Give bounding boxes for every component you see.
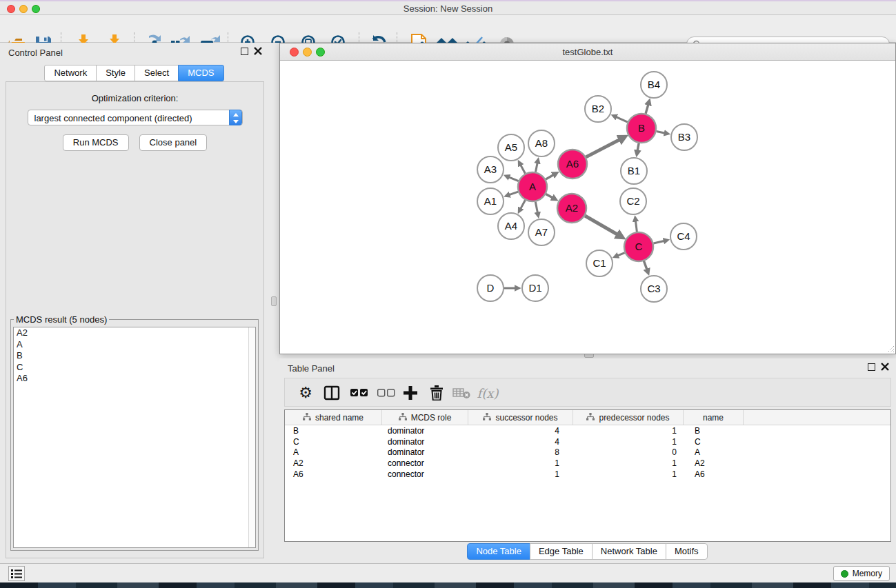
- edge-A2-C[interactable]: [585, 216, 619, 235]
- edge-A-A7[interactable]: [535, 202, 537, 214]
- column-header-MCDS-role[interactable]: MCDS role: [382, 410, 468, 425]
- edge-C-C2[interactable]: [635, 221, 637, 232]
- column-header-predecessor-nodes[interactable]: predecessor nodes: [573, 410, 684, 425]
- float-panel-icon[interactable]: [241, 48, 248, 55]
- tab-select[interactable]: Select: [135, 65, 179, 81]
- edge-A-A2[interactable]: [546, 194, 553, 199]
- network-column-icon: [483, 413, 491, 423]
- table-cell: 1: [573, 458, 684, 469]
- node-label-A6: A6: [566, 158, 579, 170]
- table-cell: B: [684, 425, 744, 436]
- table-row[interactable]: Bdominator41B: [285, 425, 890, 436]
- edge-A-A5[interactable]: [520, 165, 525, 174]
- table-cell: B: [285, 425, 382, 436]
- run-mcds-button[interactable]: Run MCDS: [63, 134, 129, 151]
- edge-B-B3[interactable]: [657, 132, 666, 134]
- table-row[interactable]: A6connector11A6: [285, 469, 890, 480]
- mcds-result-item[interactable]: A6: [14, 373, 255, 385]
- close-panel-button[interactable]: Close panel: [139, 134, 208, 151]
- node-label-C4: C4: [677, 230, 690, 242]
- splitter-grip[interactable]: [271, 296, 277, 306]
- edge-A6-B[interactable]: [586, 139, 621, 157]
- edge-B-B1[interactable]: [637, 143, 639, 152]
- network-graph[interactable]: B4B2BB3A5A8A6A3B1AC2A1A2A4A7C4CC1C3DD1: [280, 61, 895, 354]
- task-history-button[interactable]: [8, 566, 25, 581]
- network-canvas[interactable]: B4B2BB3A5A8A6A3B1AC2A1A2A4A7C4CC1C3DD1: [280, 61, 895, 354]
- edge-C-C1[interactable]: [617, 253, 625, 256]
- network-column-icon: [303, 413, 311, 423]
- node-label-A5: A5: [505, 141, 517, 153]
- tab-style[interactable]: Style: [96, 65, 135, 81]
- column-header-shared-name[interactable]: shared name: [285, 410, 382, 425]
- tab-network-table[interactable]: Network Table: [592, 543, 666, 560]
- mcds-result-item[interactable]: A: [14, 339, 255, 351]
- select-all-icon[interactable]: [348, 383, 370, 403]
- table-cell: dominator: [382, 425, 468, 436]
- close-panel-icon[interactable]: [881, 363, 889, 371]
- edge-A-A1[interactable]: [508, 192, 518, 195]
- tab-motifs[interactable]: Motifs: [666, 543, 708, 560]
- result-list-scrollbar[interactable]: [248, 327, 255, 547]
- control-panel-header: Control Panel: [0, 43, 269, 61]
- add-column-icon[interactable]: [399, 383, 421, 403]
- table-cell: A2: [285, 458, 382, 469]
- edge-A-A8[interactable]: [535, 162, 537, 172]
- network-window-titlebar[interactable]: testGlobe.txt: [280, 43, 895, 61]
- gear-icon[interactable]: ⚙: [295, 383, 317, 403]
- list-icon: [11, 569, 22, 578]
- tab-mcds[interactable]: MCDS: [178, 65, 223, 81]
- node-label-B4: B4: [648, 79, 660, 90]
- column-header-name[interactable]: name: [684, 410, 744, 425]
- node-label-A3: A3: [484, 163, 497, 175]
- table-cell: A6: [285, 469, 382, 480]
- mcds-result-item[interactable]: B: [14, 350, 255, 362]
- edge-A-A3[interactable]: [508, 177, 519, 181]
- criterion-dropdown-value: largest connected component (directed): [34, 113, 192, 123]
- mcds-result-item[interactable]: A2: [14, 327, 255, 339]
- tab-edge-table[interactable]: Edge Table: [530, 543, 593, 560]
- table-cell: 1: [573, 469, 684, 480]
- table-panel-title: Table Panel: [288, 363, 335, 374]
- delete-table-icon[interactable]: [450, 383, 472, 403]
- node-label-D1: D1: [528, 282, 541, 294]
- mcds-tab-content: Optimization criterion: largest connecte…: [6, 81, 264, 558]
- tab-node-table[interactable]: Node Table: [467, 543, 530, 560]
- table-row[interactable]: A2connector11A2: [285, 458, 890, 469]
- edge-B-B2[interactable]: [616, 116, 628, 122]
- edge-C-C3[interactable]: [644, 261, 647, 270]
- table-cell: A: [285, 447, 382, 458]
- delete-column-icon[interactable]: [426, 383, 448, 403]
- main-titlebar: Session: New Session: [0, 0, 896, 15]
- table-toolbar: ⚙ f(x): [284, 378, 891, 407]
- close-panel-icon[interactable]: [254, 47, 262, 55]
- edge-C-C4[interactable]: [653, 241, 664, 243]
- table-cell: C: [285, 436, 382, 447]
- table-row[interactable]: Cdominator41C: [285, 436, 890, 447]
- edge-B-B4[interactable]: [646, 104, 648, 114]
- criterion-dropdown[interactable]: largest connected component (directed): [28, 110, 243, 125]
- table-cell: C: [684, 436, 744, 447]
- node-label-C2: C2: [626, 195, 639, 207]
- edge-A-A4[interactable]: [520, 200, 525, 209]
- edge-A-A6[interactable]: [546, 174, 554, 179]
- float-panel-icon[interactable]: [868, 363, 875, 371]
- deselect-all-icon[interactable]: [375, 383, 397, 403]
- memory-button[interactable]: Memory: [833, 566, 890, 581]
- function-builder-icon[interactable]: f(x): [477, 383, 499, 403]
- mcds-result-item[interactable]: C: [14, 362, 255, 374]
- table-body: Bdominator41BCdominator41CAdominator80AA…: [285, 425, 890, 480]
- resize-grip-icon[interactable]: [885, 343, 895, 353]
- node-label-A: A: [529, 181, 536, 192]
- table-panel-tabs: Node TableEdge TableNetwork TableMotifs: [279, 543, 896, 560]
- node-table: shared nameMCDS rolesuccessor nodesprede…: [284, 409, 891, 542]
- column-view-icon[interactable]: [321, 383, 343, 403]
- vertical-splitter[interactable]: [269, 43, 279, 563]
- table-cell: A6: [684, 469, 744, 480]
- table-cell: 1: [468, 469, 573, 480]
- desktop-background: [0, 582, 896, 588]
- control-panel-tabs: NetworkStyleSelectMCDS: [0, 65, 269, 81]
- node-label-D: D: [487, 282, 495, 294]
- tab-network[interactable]: Network: [44, 65, 97, 81]
- column-header-successor-nodes[interactable]: successor nodes: [468, 410, 573, 425]
- table-row[interactable]: Adominator80A: [285, 447, 890, 458]
